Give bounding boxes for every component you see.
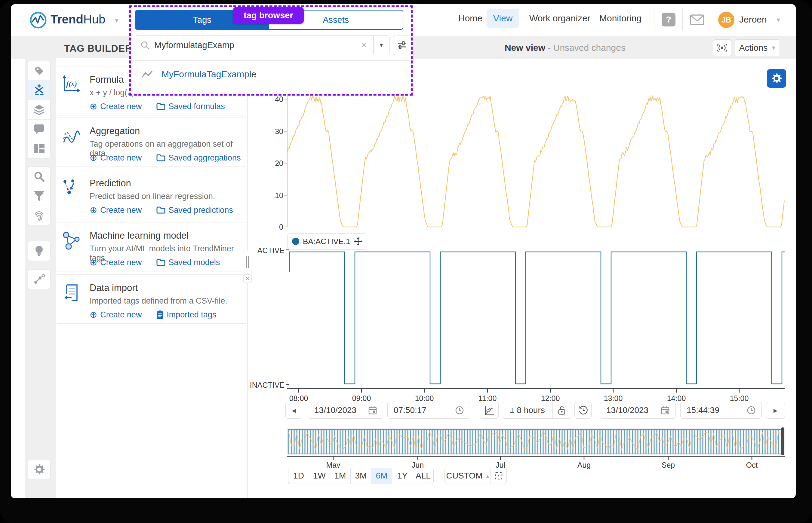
create-new-link[interactable]: ⊕Create new <box>90 258 142 267</box>
chevron-left-icon: ◂ <box>292 406 296 415</box>
start-date-field[interactable]: 13/10/2023 <box>308 402 383 419</box>
broadcast-button[interactable] <box>713 39 731 56</box>
range-3m[interactable]: 3M <box>351 468 371 484</box>
svg-text:30: 30 <box>275 127 283 136</box>
create-new-link[interactable]: ⊕Create new <box>90 102 142 111</box>
user-name[interactable]: Jeroen <box>739 14 767 25</box>
end-date-field[interactable]: 13/10/2023 <box>600 402 676 419</box>
range-1y[interactable]: 1Y <box>392 468 413 484</box>
nav-monitoring[interactable]: Monitoring <box>599 13 641 23</box>
card-desc: Predict based on linear regression. <box>90 192 215 201</box>
svg-text:14:00: 14:00 <box>667 394 686 402</box>
rail-layers-icon[interactable] <box>28 100 50 120</box>
rail-tag-builder-icon[interactable] <box>28 80 50 100</box>
actions-button[interactable]: Actions ▾ <box>735 39 780 56</box>
broadcast-icon <box>717 43 727 52</box>
range-all[interactable]: ALL <box>413 468 434 484</box>
sliders-icon <box>397 40 407 50</box>
nav-divider <box>712 8 712 31</box>
history-icon <box>579 406 588 415</box>
range-1m[interactable]: 1M <box>330 468 351 484</box>
calendar-icon <box>368 406 377 414</box>
suggestion-rest: le <box>249 69 256 79</box>
tag-builder-panel: f(x) Formula x + y / log(z) ⊕Create new … <box>56 58 247 498</box>
search-filter-button[interactable] <box>393 35 411 55</box>
digital-chart[interactable] <box>269 247 785 391</box>
avatar[interactable]: JB <box>718 12 735 28</box>
user-chevron-down-icon[interactable]: ▾ <box>777 16 780 24</box>
chevron-up-icon: ▴ <box>486 472 489 480</box>
nav-work-organizer[interactable]: Work organizer <box>529 13 590 23</box>
search-dropdown-chevron-icon[interactable]: ▾ <box>373 41 389 49</box>
analog-chart[interactable]: 42403020100 <box>269 88 785 233</box>
rail-suggestions-icon[interactable] <box>28 241 50 260</box>
nav-divider <box>682 8 683 31</box>
rail-filter-icon[interactable] <box>28 186 50 206</box>
brand-chevron-down-icon[interactable]: ▾ <box>115 16 119 25</box>
svg-text:10:00: 10:00 <box>415 394 434 402</box>
custom-range-button[interactable]: CUSTOM▴ <box>445 468 491 484</box>
pan-left-button[interactable]: ◂ <box>285 402 302 419</box>
rail-settings-gear-icon[interactable] <box>28 460 50 479</box>
compare-mode-button[interactable] <box>480 402 499 419</box>
ml-model-icon <box>63 231 81 250</box>
trend-line-icon <box>142 70 153 78</box>
mail-icon[interactable] <box>690 14 704 25</box>
saved-predictions-link[interactable]: Saved predictions <box>156 205 233 215</box>
plus-circle-icon: ⊕ <box>90 153 97 162</box>
panel-resize-handle[interactable] <box>243 251 252 273</box>
create-new-link[interactable]: ⊕Create new <box>90 310 142 320</box>
card-title: Data import <box>90 283 138 293</box>
move-icon[interactable] <box>354 237 363 246</box>
card-desc: Imported tags defined from a CSV-file. <box>90 296 227 306</box>
saved-models-link[interactable]: Saved models <box>156 258 220 267</box>
chart-settings-button[interactable] <box>767 69 786 88</box>
svg-text:Oct: Oct <box>746 461 758 469</box>
gear-icon <box>771 73 782 84</box>
plus-circle-icon: ⊕ <box>90 310 97 319</box>
prediction-icon <box>63 179 81 198</box>
overview-range-handle[interactable] <box>781 428 784 455</box>
search-input[interactable]: MyformulatagExamp <box>154 40 360 50</box>
nav-home[interactable]: Home <box>458 13 482 23</box>
builder-card-ml-model[interactable]: Machine learning model Turn your AI/ML m… <box>57 222 246 271</box>
overview-band[interactable] <box>287 428 785 454</box>
rail-search-icon[interactable] <box>28 167 50 186</box>
fit-view-button[interactable] <box>491 468 507 484</box>
nav-view[interactable]: View <box>487 9 519 28</box>
range-6m[interactable]: 6M <box>371 468 392 484</box>
start-time-field[interactable]: 07:50:17 <box>387 402 470 419</box>
rail-context-icon[interactable] <box>28 270 50 289</box>
rail-dashboard-icon[interactable] <box>28 139 50 158</box>
imported-tags-link[interactable]: Imported tags <box>156 310 216 320</box>
svg-text:Aug: Aug <box>578 461 591 469</box>
duration-field[interactable]: ± 8 hours <box>502 402 571 419</box>
folder-icon <box>156 103 165 110</box>
saved-formulas-link[interactable]: Saved formulas <box>156 102 225 111</box>
builder-card-prediction[interactable]: Prediction Predict based on linear regre… <box>57 170 246 219</box>
clear-search-icon[interactable]: ✕ <box>360 40 367 50</box>
end-time-field[interactable]: 15:44:39 <box>680 402 762 419</box>
rail-comment-icon[interactable] <box>28 120 50 139</box>
expand-icon <box>495 472 502 480</box>
plus-circle-icon: ⊕ <box>90 205 97 215</box>
lock-duration-button[interactable] <box>553 406 571 415</box>
builder-card-data-import[interactable]: Data import Imported tags defined from a… <box>57 274 246 324</box>
rail-fingerprint-icon[interactable] <box>28 206 50 225</box>
card-title: Machine learning model <box>90 230 189 241</box>
rail-tag-icon[interactable] <box>28 61 50 80</box>
create-new-link[interactable]: ⊕Create new <box>90 153 142 163</box>
range-1d[interactable]: 1D <box>288 468 309 484</box>
pan-right-button[interactable]: ▸ <box>766 402 785 419</box>
svg-text:11:00: 11:00 <box>478 394 497 402</box>
range-1w[interactable]: 1W <box>309 468 330 484</box>
panel-collapse-close-icon[interactable]: ✕ <box>243 274 252 283</box>
create-new-link[interactable]: ⊕Create new <box>90 205 142 215</box>
help-icon[interactable]: ? <box>661 13 675 26</box>
tag-search-box[interactable]: MyformulatagExamp ✕ ▾ <box>135 35 389 55</box>
tag-suggestion-row[interactable]: MyFormulaTagExample <box>131 60 411 88</box>
builder-card-aggregation[interactable]: Aggregation Tag operations on an aggrega… <box>57 118 246 167</box>
legend-label: BA:ACTIVE.1 <box>303 237 350 246</box>
saved-aggregations-link[interactable]: Saved aggregations <box>156 153 241 163</box>
history-button[interactable] <box>575 402 592 419</box>
